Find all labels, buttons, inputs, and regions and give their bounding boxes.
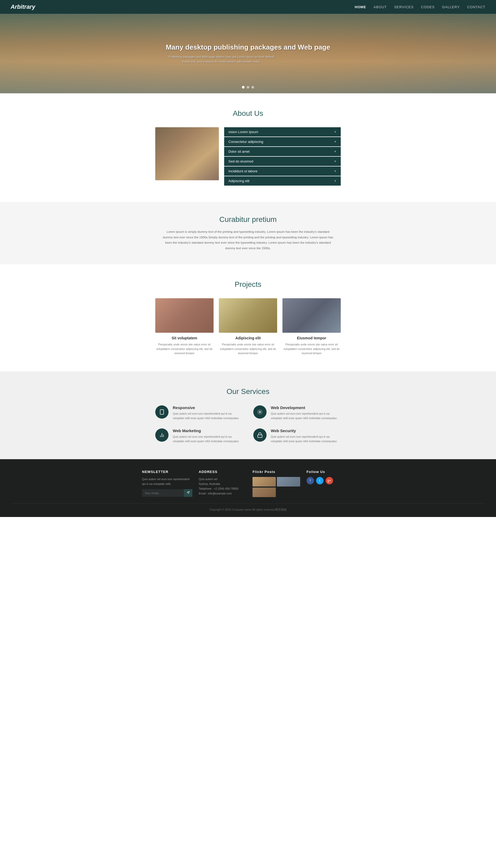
- googleplus-icon[interactable]: g+: [326, 477, 333, 484]
- accordion-item-1[interactable]: vision Lorem Ipsum ▼: [224, 127, 341, 137]
- responsive-icon: [155, 405, 169, 418]
- footer-bottom: Copyright © 2016.Company name All rights…: [11, 503, 485, 512]
- curabitur-title: Curabitur pretium: [11, 215, 485, 224]
- footer-newsletter: NEWSLETTER Quis autem vel eum iure repre…: [142, 470, 192, 497]
- copyright-text: Copyright © 2016.Company name All rights…: [209, 508, 287, 511]
- nav-item-home[interactable]: HOME: [355, 4, 366, 9]
- project-title-2: Adipiscing elit: [219, 336, 277, 340]
- svg-rect-6: [258, 435, 262, 438]
- service-text-2: Web Development Quis autem vel eum iure …: [271, 405, 341, 421]
- nav-item-services[interactable]: SERVICES: [394, 4, 414, 9]
- webdev-icon: [253, 405, 266, 418]
- hero-dot-1[interactable]: [242, 86, 245, 89]
- svg-point-2: [259, 411, 261, 413]
- project-card-3[interactable]: Eiusmod tempor Perspiciatis unde omnis i…: [282, 298, 341, 355]
- about-image: [155, 127, 219, 180]
- accordion-label-2: Consectetur adipiscing: [228, 140, 263, 144]
- nav-item-gallery[interactable]: GALLERY: [442, 4, 460, 9]
- service-text-1: Responsive Quis autem vel eum iure repre…: [173, 405, 243, 421]
- flickr-thumb-1[interactable]: [252, 477, 276, 487]
- social-icons: f t g+: [307, 477, 354, 484]
- footer-grid: NEWSLETTER Quis autem vel eum iure repre…: [142, 470, 354, 497]
- accordion-item-2[interactable]: Consectetur adipiscing ▼: [224, 137, 341, 146]
- accordion-item-3[interactable]: Dolor sit amet ▼: [224, 147, 341, 156]
- newsletter-submit-button[interactable]: [184, 489, 192, 497]
- service-title-1: Responsive: [173, 405, 243, 410]
- projects-title: Projects: [11, 280, 485, 289]
- chevron-down-icon-6: ▼: [334, 180, 337, 182]
- services-title: Our Services: [11, 387, 485, 396]
- project-image-3: [282, 298, 341, 333]
- flickr-thumb-4[interactable]: [277, 488, 300, 497]
- services-grid: Responsive Quis autem vel eum iure repre…: [155, 405, 341, 443]
- brand-logo[interactable]: Arbitrary: [11, 3, 35, 10]
- curabitur-section: Curabitur pretium Lorem ipsum is simply …: [0, 202, 496, 264]
- accordion-label-5: Incididunt ut labore: [228, 169, 258, 173]
- address-heading: ADDRESS: [199, 470, 246, 474]
- service-text-3: Web Marketing Quis autem vel eum iure re…: [173, 428, 243, 444]
- accordion-label-1: vision Lorem Ipsum: [228, 130, 258, 134]
- flickr-thumb-3[interactable]: [252, 488, 276, 497]
- project-title-3: Eiusmod tempor: [282, 336, 341, 340]
- project-image-2: [219, 298, 277, 333]
- about-section: About Us vision Lorem Ipsum ▼ Consectetu…: [0, 93, 496, 202]
- accordion-item-5[interactable]: Incididunt ut labore ▼: [224, 167, 341, 176]
- facebook-icon[interactable]: f: [307, 477, 314, 484]
- newsletter-email-input[interactable]: [142, 489, 184, 497]
- footer-flickr: Flickr Posts: [252, 470, 300, 497]
- nav-link-gallery[interactable]: GALLERY: [442, 5, 460, 9]
- project-desc-1: Perspiciatis unde omnis iste natus error…: [155, 342, 214, 355]
- twitter-icon[interactable]: t: [316, 477, 324, 484]
- about-grid: vision Lorem Ipsum ▼ Consectetur adipisc…: [155, 127, 341, 186]
- nav-link-codes[interactable]: CODES: [421, 5, 435, 9]
- address-line-2: Sydney, Australia: [199, 482, 246, 487]
- nav-link-contact[interactable]: CONTACT: [467, 5, 485, 9]
- project-title-1: Sit voluptatem: [155, 336, 214, 340]
- projects-section: Projects Sit voluptatem Perspiciatis und…: [0, 264, 496, 371]
- project-desc-3: Perspiciatis unde omnis iste natus error…: [282, 342, 341, 355]
- service-item-4: Web Security Quis autem vel eum iure rep…: [253, 428, 341, 444]
- nav-item-codes[interactable]: CODES: [421, 4, 435, 9]
- webmarketing-icon: [155, 428, 169, 442]
- service-title-4: Web Security: [271, 428, 341, 433]
- footer-follow: Follow Us f t g+: [307, 470, 354, 497]
- project-card-1[interactable]: Sit voluptatem Perspiciatis unde omnis i…: [155, 298, 214, 355]
- service-title-2: Web Development: [271, 405, 341, 410]
- service-desc-1: Quis autem vel eum iure reprehenderit qu…: [173, 411, 243, 421]
- nav-item-contact[interactable]: CONTACT: [467, 4, 485, 9]
- flickr-heading: Flickr Posts: [252, 470, 300, 474]
- accordion-label-4: Sed do eiusmod: [228, 159, 253, 163]
- service-desc-3: Quis autem vel eum iure reprehenderit qu…: [173, 435, 243, 444]
- hero-title: Many desktop publishing packages and Web…: [166, 43, 330, 51]
- nav-link-services[interactable]: SERVICES: [394, 5, 414, 9]
- nav-link-home[interactable]: HOME: [355, 5, 366, 9]
- accordion-label-6: Adipiscing elit: [228, 179, 250, 183]
- nav-link-about[interactable]: ABOUT: [374, 5, 387, 9]
- service-item-2: Web Development Quis autem vel eum iure …: [253, 405, 341, 421]
- nav-links: HOME ABOUT SERVICES CODES GALLERY CONTAC…: [355, 4, 485, 9]
- project-card-2[interactable]: Adipiscing elit Perspiciatis unde omnis …: [219, 298, 277, 355]
- address-line-4: Email : info@example.com: [199, 491, 246, 496]
- about-image-inner: [155, 127, 219, 180]
- navbar: Arbitrary HOME ABOUT SERVICES CODES GALL…: [0, 0, 496, 14]
- address-line-3: Telephone : +2 (354) 456-78950: [199, 487, 246, 491]
- projects-grid: Sit voluptatem Perspiciatis unde omnis i…: [155, 298, 341, 355]
- websecurity-icon: [253, 428, 266, 442]
- project-image-1: [155, 298, 214, 333]
- chevron-down-icon-2: ▼: [334, 140, 337, 143]
- chevron-down-icon-5: ▼: [334, 170, 337, 172]
- chevron-down-icon-4: ▼: [334, 160, 337, 163]
- footer-address: ADDRESS Quis autem vel Sydney, Australia…: [199, 470, 246, 497]
- hero-section: Many desktop publishing packages and Web…: [0, 14, 496, 93]
- accordion-item-6[interactable]: Adipiscing elit ▼: [224, 176, 341, 186]
- accordion-item-4[interactable]: Sed do eiusmod ▼: [224, 157, 341, 166]
- curabitur-text: Lorem ipsum is simply dummy text of the …: [162, 229, 334, 251]
- project-desc-2: Perspiciatis unde omnis iste natus error…: [219, 342, 277, 355]
- hero-dot-2[interactable]: [247, 86, 249, 89]
- newsletter-text: Quis autem vel eum iure reprehenderit qu…: [142, 477, 192, 487]
- about-title: About Us: [11, 109, 485, 118]
- hero-content: Many desktop publishing packages and Web…: [166, 43, 330, 64]
- nav-item-about[interactable]: ABOUT: [374, 4, 387, 9]
- flickr-thumb-2[interactable]: [277, 477, 300, 487]
- hero-dot-3[interactable]: [251, 86, 254, 89]
